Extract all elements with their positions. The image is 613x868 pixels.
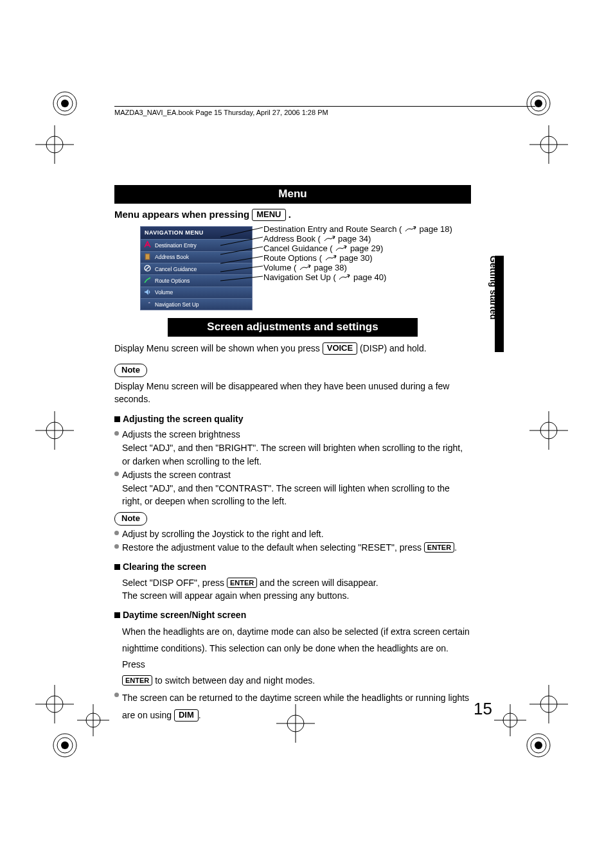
crosshair-icon (529, 125, 568, 164)
svg-line-41 (145, 266, 150, 270)
menu-key: MENU (252, 209, 285, 221)
heading-screen: Screen adjustments and settings (168, 318, 418, 337)
bullet: Adjusts the screen contrast (114, 468, 471, 481)
section-tab-label: Getting started (488, 256, 499, 320)
bullet-icon (114, 693, 119, 697)
running-header: MAZDA3_NAVI_EA.book Page 15 Thursday, Ap… (114, 106, 535, 116)
cancel-icon (144, 265, 151, 272)
destination-icon (144, 241, 151, 248)
callout: Cancel Guidance ( page 29) (263, 243, 452, 252)
bullet-icon (114, 531, 119, 535)
nav-menu-figure: NAVIGATION MENU Destination Entry Addres… (114, 226, 471, 310)
bullet-body: Select "ADJ", and then "CONTRAST". The s… (114, 482, 471, 508)
svg-point-11 (535, 741, 542, 749)
callout: Address Book ( page 34) (263, 233, 452, 243)
book-icon (144, 253, 151, 260)
enter-key: ENTER (424, 542, 454, 553)
volume-icon (144, 288, 151, 296)
menu-subhead-text: Menu appears when pressing (114, 209, 252, 220)
pageref-icon (335, 245, 348, 252)
pageref-icon (324, 255, 337, 261)
menu-subhead: Menu appears when pressing MENU . (114, 208, 471, 222)
bullet-icon (114, 472, 119, 476)
bullet: Restore the adjustment value to the defa… (114, 541, 471, 554)
subheading-clear: Clearing the screen (114, 560, 471, 573)
bullet: Adjusts the screen brightness (114, 428, 471, 441)
note-label: Note (114, 364, 147, 377)
heading-menu: Menu (114, 185, 471, 204)
subheading-daynight: Daytime screen/Night screen (114, 608, 471, 621)
square-bullet-icon (114, 564, 120, 570)
pageref-icon (323, 236, 336, 242)
note-text: Display Menu screen will be disappeared … (114, 380, 471, 406)
voice-key: VOICE (323, 342, 357, 355)
nav-menu-screenshot: NAVIGATION MENU Destination Entry Addres… (140, 226, 253, 310)
callout: Navigation Set Up ( page 40) (263, 272, 452, 281)
bullet-body: Select "ADJ", and then "BRIGHT". The scr… (114, 441, 471, 468)
regmark-icon (51, 90, 78, 117)
svg-point-8 (61, 741, 69, 749)
crosshair-icon (529, 411, 568, 450)
svg-point-2 (61, 100, 69, 107)
nav-item: Volume (141, 287, 252, 298)
regmark-icon (51, 732, 78, 759)
callout: Route Options ( page 30) (263, 252, 452, 262)
crosshair-icon (35, 411, 74, 450)
nav-item: Route Options (141, 274, 252, 286)
svg-point-5 (535, 100, 542, 107)
page-number: 15 (474, 699, 492, 719)
crosshair-icon (35, 125, 74, 164)
body-text: When the headlights are on, daytime mode… (114, 624, 471, 689)
display-menu-line: Display Menu screen will be shown when y… (114, 342, 471, 355)
svg-rect-39 (145, 254, 150, 260)
bullet-icon (114, 544, 119, 549)
callout: Destination Entry and Route Search ( pag… (263, 224, 452, 233)
wrench-icon (144, 300, 151, 307)
bullet: The screen can be returned to the daytim… (114, 689, 471, 723)
note-label: Note (114, 512, 147, 526)
square-bullet-icon (114, 612, 120, 618)
crosshair-icon (77, 704, 109, 736)
square-bullet-icon (114, 416, 120, 422)
section-tab: Getting started (490, 256, 504, 352)
nav-item: Destination Entry (141, 239, 252, 251)
bullet-icon (114, 431, 119, 436)
route-icon (144, 276, 151, 283)
subheading-quality: Adjusting the screen quality (114, 412, 471, 425)
crosshair-icon (529, 685, 568, 723)
nav-menu-title: NAVIGATION MENU (141, 227, 252, 239)
callout: Volume ( page 38) (263, 262, 452, 272)
pageref-icon (299, 265, 312, 271)
enter-key: ENTER (122, 675, 152, 686)
body-text: Select "DISP OFF", press ENTER and the s… (114, 576, 471, 603)
callout-list: Destination Entry and Route Search ( pag… (263, 226, 452, 281)
crosshair-icon (35, 685, 74, 723)
pageref-icon (404, 226, 417, 233)
crosshair-icon (494, 704, 526, 736)
nav-item: Navigation Set Up (141, 298, 252, 310)
nav-item: Cancel Guidance (141, 263, 252, 274)
pageref-icon (338, 274, 351, 281)
dim-key: DIM (174, 709, 199, 722)
regmark-icon (525, 732, 552, 759)
enter-key: ENTER (227, 578, 257, 588)
bullet: Adjust by scrolling the Joystick to the … (114, 527, 471, 540)
